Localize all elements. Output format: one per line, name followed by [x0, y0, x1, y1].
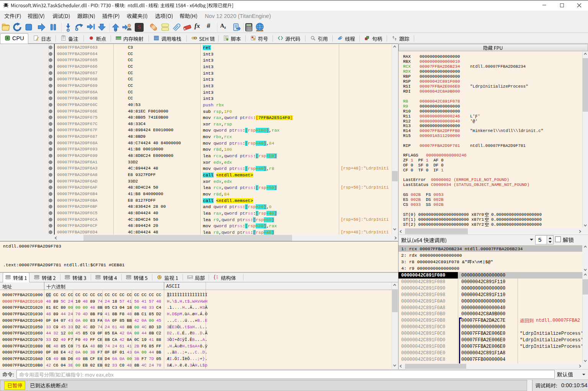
svg-text:x=: x= — [189, 276, 191, 279]
